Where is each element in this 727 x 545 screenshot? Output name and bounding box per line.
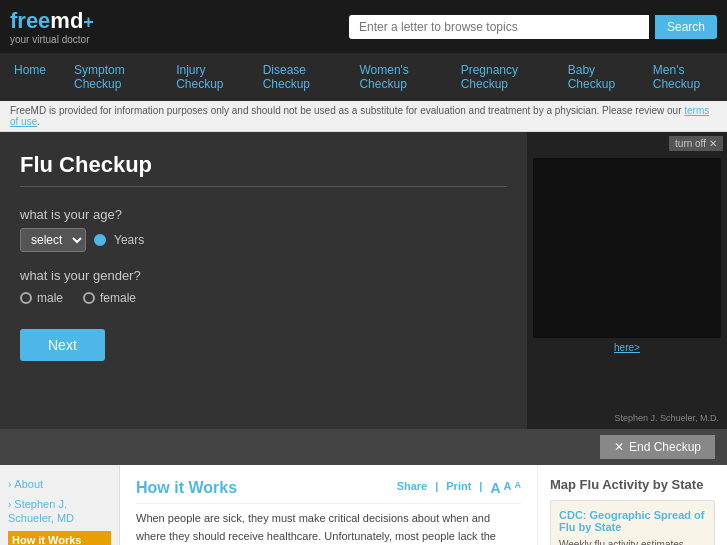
- years-label: Years: [114, 233, 144, 247]
- disclaimer-bar: FreeMD is provided for information purpo…: [0, 101, 727, 132]
- next-button[interactable]: Next: [20, 329, 105, 361]
- age-select[interactable]: select: [20, 228, 86, 252]
- bullet-icon: ›: [8, 499, 11, 510]
- checkup-title: Flu Checkup: [20, 152, 507, 187]
- map-desc: Weekly flu activity estimates reported b…: [559, 537, 706, 545]
- end-checkup-button[interactable]: ✕ End Checkup: [600, 435, 715, 459]
- font-med[interactable]: A: [504, 480, 512, 496]
- main-area: Flu Checkup what is your age? select Yea…: [0, 132, 727, 429]
- ad-credit: Stephen J. Schueler, M.D.: [533, 413, 721, 423]
- map-box: CDC: Geographic Spread of Flu by State W…: [550, 500, 715, 545]
- sidebar-link-stephen[interactable]: Stephen J. Schueler, MD: [8, 498, 74, 524]
- age-row: select Years: [20, 228, 507, 252]
- female-label: female: [100, 291, 136, 305]
- end-checkup-bar: ✕ End Checkup: [0, 429, 727, 465]
- checkup-section: Flu Checkup what is your age? select Yea…: [0, 132, 527, 429]
- nav-disease-checkup[interactable]: Disease Checkup: [249, 53, 346, 101]
- font-large[interactable]: A: [490, 480, 500, 496]
- nav-pregnancy-checkup[interactable]: Pregnancy Checkup: [447, 53, 554, 101]
- gender-row: male female: [20, 291, 507, 305]
- nav-injury-checkup[interactable]: Injury Checkup: [162, 53, 249, 101]
- close-icon[interactable]: ✕: [709, 138, 717, 149]
- sep1: |: [435, 480, 438, 496]
- ad-area: turn off ✕ here> Stephen J. Schueler, M.…: [527, 132, 727, 429]
- logo-free: free: [10, 8, 50, 33]
- nav-baby-checkup[interactable]: Baby Checkup: [554, 53, 639, 101]
- female-radio[interactable]: [83, 292, 95, 304]
- sep2: |: [479, 480, 482, 496]
- cdc-link[interactable]: CDC: Geographic Spread of Flu by State: [559, 509, 706, 533]
- nav-mens-checkup[interactable]: Men's Checkup: [639, 53, 727, 101]
- ad-link[interactable]: here>: [533, 342, 721, 353]
- how-it-works-title: How it Works: [136, 479, 237, 497]
- nav-womens-checkup[interactable]: Women's Checkup: [345, 53, 446, 101]
- share-link[interactable]: Share: [397, 480, 428, 496]
- main-nav: Home Symptom Checkup Injury Checkup Dise…: [0, 53, 727, 101]
- logo-text: freemd+: [10, 8, 94, 34]
- sidebar-link-how-it-works[interactable]: How it Works: [12, 534, 81, 545]
- how-it-works-heading: How it Works Share | Print | A A A: [136, 479, 521, 504]
- sidebar-item-how-it-works[interactable]: How it Works: [8, 531, 111, 545]
- page-header: freemd+ your virtual doctor Search: [0, 0, 727, 53]
- ad-turnoff-button[interactable]: turn off ✕: [669, 136, 723, 151]
- gender-label: what is your gender?: [20, 268, 507, 283]
- share-bar: Share | Print | A A A: [397, 480, 521, 496]
- logo-plus: +: [83, 12, 94, 32]
- sidebar-item-about: ›About: [8, 477, 111, 491]
- turnoff-label: turn off: [675, 138, 706, 149]
- ad-box: [533, 158, 721, 338]
- logo: freemd+ your virtual doctor: [10, 8, 94, 45]
- how-it-works-para1: When people are sick, they must make cri…: [136, 510, 521, 545]
- end-checkup-label: End Checkup: [629, 440, 701, 454]
- nav-symptom-checkup[interactable]: Symptom Checkup: [60, 53, 162, 101]
- logo-md: md: [50, 8, 83, 33]
- map-title: Map Flu Activity by State: [550, 477, 715, 492]
- age-label: what is your age?: [20, 207, 507, 222]
- male-option[interactable]: male: [20, 291, 63, 305]
- lower-section: ›About ›Stephen J. Schueler, MD How it W…: [0, 465, 727, 545]
- female-option[interactable]: female: [83, 291, 136, 305]
- sidebar-item-stephen: ›Stephen J. Schueler, MD: [8, 497, 111, 525]
- gender-group: what is your gender? male female: [20, 268, 507, 305]
- sidebar: ›About ›Stephen J. Schueler, MD How it W…: [0, 465, 120, 545]
- search-area: Search: [349, 15, 717, 39]
- male-label: male: [37, 291, 63, 305]
- logo-subtitle: your virtual doctor: [10, 34, 94, 45]
- print-link[interactable]: Print: [446, 480, 471, 496]
- sidebar-nav: ›About ›Stephen J. Schueler, MD How it W…: [8, 477, 111, 545]
- font-size-controls: A A A: [490, 480, 521, 496]
- bullet-icon: ›: [8, 479, 11, 490]
- map-sidebar: Map Flu Activity by State CDC: Geographi…: [537, 465, 727, 545]
- disclaimer-text: FreeMD is provided for information purpo…: [10, 105, 684, 116]
- end-checkup-icon: ✕: [614, 440, 624, 454]
- nav-home[interactable]: Home: [0, 53, 60, 101]
- age-group: what is your age? select Years: [20, 207, 507, 252]
- search-button[interactable]: Search: [655, 15, 717, 39]
- male-radio[interactable]: [20, 292, 32, 304]
- sidebar-link-about[interactable]: About: [14, 478, 43, 490]
- font-small[interactable]: A: [515, 480, 522, 496]
- search-input[interactable]: [349, 15, 649, 39]
- disclaimer-text2: .: [37, 116, 40, 127]
- years-radio[interactable]: [94, 234, 106, 246]
- how-it-works-content: How it Works Share | Print | A A A When …: [120, 465, 537, 545]
